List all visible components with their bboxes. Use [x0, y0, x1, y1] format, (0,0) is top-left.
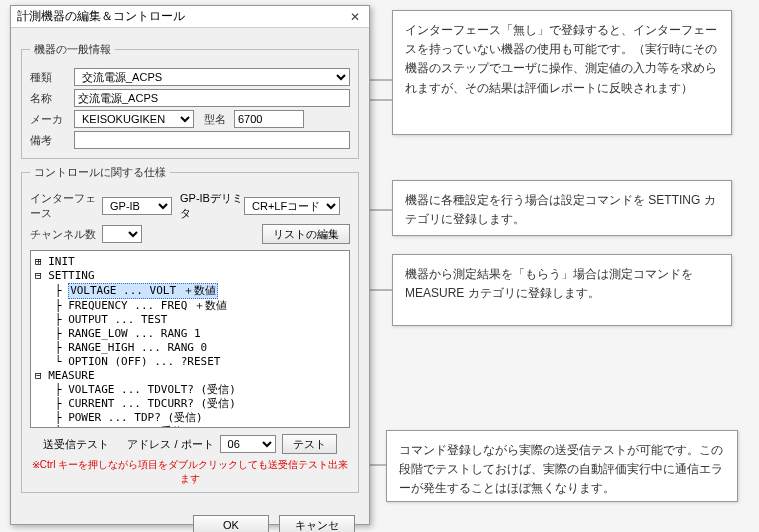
tree-node-power[interactable]: ├ POWER ... TDP? (受信)	[35, 411, 345, 425]
general-info-group: 機器の一般情報 種類 交流電源_ACPS 名称 メーカ KEISOKUGIKEN…	[21, 42, 359, 159]
ok-button[interactable]: OK	[193, 515, 269, 532]
tree-node-range-low[interactable]: ├ RANGE_LOW ... RANG 1	[35, 327, 345, 341]
control-spec-legend: コントロールに関する仕様	[30, 165, 170, 180]
model-input[interactable]	[234, 110, 304, 128]
note-label: 備考	[30, 133, 74, 148]
close-icon[interactable]: ✕	[347, 9, 363, 25]
maker-select[interactable]: KEISOKUGIKEN	[74, 110, 194, 128]
addr-port-label: アドレス / ポート	[127, 437, 213, 452]
channel-label: チャンネル数	[30, 227, 102, 242]
tree-node-current[interactable]: ├ CURRENT ... TDCURR? (受信)	[35, 397, 345, 411]
tree-node-pf[interactable]: └ PF ... TDPF? (受信)	[35, 425, 345, 428]
list-edit-button[interactable]: リストの編集	[262, 224, 350, 244]
maker-label: メーカ	[30, 112, 74, 127]
note-input[interactable]	[74, 131, 350, 149]
control-spec-group: コントロールに関する仕様 インターフェース GP-IB GP-IBデリミタ CR…	[21, 165, 359, 493]
tree-node-output[interactable]: ├ OUTPUT ... TEST	[35, 313, 345, 327]
callout-interface-none: インターフェース「無し」で登録すると、インターフェースを持っていない機器の使用も…	[392, 10, 732, 135]
tree-node-voltage-meas[interactable]: ├ VOLTAGE ... TDVOLT? (受信)	[35, 383, 345, 397]
command-tree[interactable]: ⊞ INIT ⊟ SETTING ├ VOLTAGE ... VOLT ＋数値 …	[30, 250, 350, 428]
ctrl-hint: ※Ctrl キーを押しながら項目をダブルクリックしても送受信テスト出来ます	[30, 458, 350, 486]
tree-node-option[interactable]: └ OPTION (OFF) ... ?RESET	[35, 355, 345, 369]
tree-node-measure[interactable]: ⊟ MEASURE	[35, 369, 345, 383]
cancel-button[interactable]: キャンセル	[279, 515, 355, 532]
type-select[interactable]: 交流電源_ACPS	[74, 68, 350, 86]
interface-label: インターフェース	[30, 191, 102, 221]
type-label: 種類	[30, 70, 74, 85]
tree-node-setting[interactable]: ⊟ SETTING	[35, 269, 345, 283]
tree-node-frequency[interactable]: ├ FREQUENCY ... FREQ ＋数値	[35, 299, 345, 313]
gpib-delim-label: GP-IBデリミタ	[180, 191, 244, 221]
tree-node-range-high[interactable]: ├ RANGE_HIGH ... RANG 0	[35, 341, 345, 355]
test-button[interactable]: テスト	[282, 434, 337, 454]
dialog-title: 計測機器の編集＆コントロール	[17, 8, 347, 25]
general-info-legend: 機器の一般情報	[30, 42, 115, 57]
txrx-test-label: 送受信テスト	[43, 437, 109, 452]
titlebar: 計測機器の編集＆コントロール ✕	[11, 6, 369, 28]
gpib-delim-select[interactable]: CR+LFコード	[244, 197, 340, 215]
callout-setting: 機器に各種設定を行う場合は設定コマンドを SETTING カテゴリに登録します。	[392, 180, 732, 236]
name-input[interactable]	[74, 89, 350, 107]
callout-txrx-test: コマンド登録しながら実際の送受信テストが可能です。この段階でテストしておけば、実…	[386, 430, 738, 502]
tree-node-voltage-set[interactable]: ├ VOLTAGE ... VOLT ＋数値	[35, 283, 345, 299]
model-label: 型名	[204, 112, 234, 127]
callout-measure: 機器から測定結果を「もらう」場合は測定コマンドを MEASURE カテゴリに登録…	[392, 254, 732, 326]
tree-node-init[interactable]: ⊞ INIT	[35, 255, 345, 269]
addr-port-select[interactable]: 06	[220, 435, 276, 453]
channel-select[interactable]	[102, 225, 142, 243]
edit-instrument-dialog: 計測機器の編集＆コントロール ✕ 機器の一般情報 種類 交流電源_ACPS 名称…	[10, 5, 370, 525]
interface-select[interactable]: GP-IB	[102, 197, 172, 215]
name-label: 名称	[30, 91, 74, 106]
